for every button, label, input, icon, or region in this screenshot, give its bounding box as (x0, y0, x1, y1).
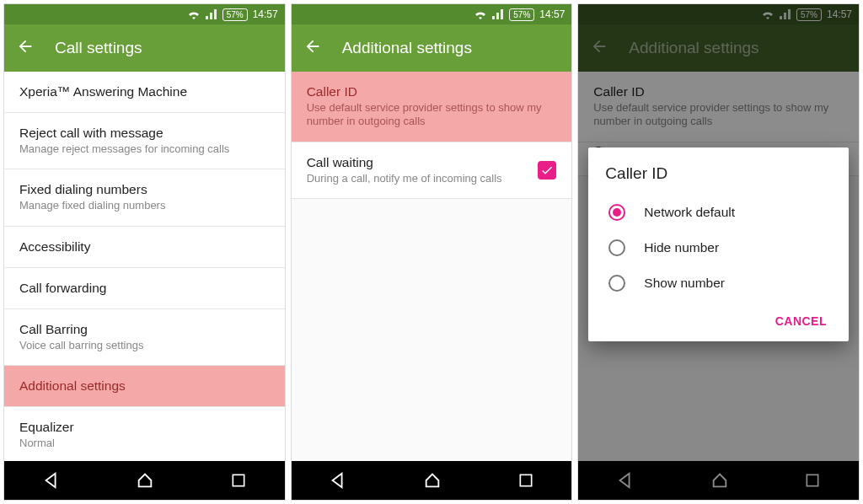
item-label: Caller ID (307, 84, 557, 99)
cancel-button[interactable]: CANCEL (770, 308, 832, 335)
item-sub: Manage reject messages for incoming call… (19, 142, 270, 156)
nav-back-icon[interactable] (329, 471, 347, 490)
screen-caller-id-dialog: 57% 14:57 Additional settings Caller ID … (577, 3, 860, 501)
item-label: Reject call with message (19, 126, 270, 141)
nav-home-icon[interactable] (136, 471, 154, 490)
checkbox-icon[interactable] (538, 161, 556, 180)
item-fixed-dialing[interactable]: Fixed dialing numbers Manage fixed diali… (4, 169, 285, 226)
settings-list: Caller ID Use default service provider s… (292, 72, 572, 461)
app-bar: Additional settings (292, 24, 572, 72)
item-additional-settings[interactable]: Additional settings (4, 366, 285, 407)
item-sub: Voice call barring settings (19, 339, 270, 352)
option-label: Hide number (644, 240, 719, 255)
option-network-default[interactable]: Network default (605, 195, 832, 230)
item-label: Equalizer (19, 420, 270, 435)
option-show-number[interactable]: Show number (605, 265, 832, 301)
status-bar: 57% 14:57 (292, 4, 572, 24)
nav-home-icon[interactable] (423, 471, 442, 490)
wifi-icon (187, 9, 201, 19)
item-label: Call forwarding (19, 281, 270, 296)
item-label: Call Barring (19, 322, 270, 337)
nav-recent-icon[interactable] (517, 472, 534, 489)
back-icon[interactable] (303, 37, 322, 59)
item-sub: Manage fixed dialing numbers (19, 199, 270, 212)
item-accessibility[interactable]: Accessibility (4, 227, 285, 268)
item-sub: Normal (19, 437, 270, 450)
radio-icon (608, 275, 625, 292)
item-label: Additional settings (19, 378, 270, 394)
android-nav-bar (292, 461, 572, 500)
option-label: Show number (644, 276, 725, 291)
caller-id-dialog: Caller ID Network default Hide number Sh… (588, 147, 849, 341)
app-bar: Call settings (4, 24, 285, 72)
nav-back-icon[interactable] (42, 471, 61, 490)
nav-recent-icon[interactable] (230, 472, 247, 489)
screen-call-settings: 57% 14:57 Call settings Xperia™ Answerin… (3, 3, 286, 501)
back-icon[interactable] (16, 37, 35, 59)
svg-rect-1 (520, 475, 531, 485)
page-title: Additional settings (342, 39, 472, 57)
item-sub: Use default service provider settings to… (307, 101, 557, 129)
item-label: Fixed dialing numbers (19, 182, 270, 197)
wifi-icon (474, 9, 487, 19)
battery-icon: 57% (222, 8, 248, 21)
item-equalizer[interactable]: Equalizer Normal (4, 407, 285, 461)
item-answering-machine[interactable]: Xperia™ Answering Machine (4, 72, 285, 113)
item-sub: During a call, notify me of incoming cal… (307, 172, 539, 185)
android-nav-bar (4, 461, 285, 500)
item-label: Accessibility (19, 239, 270, 255)
item-call-barring[interactable]: Call Barring Voice call barring settings (4, 309, 285, 366)
settings-list: Xperia™ Answering Machine Reject call wi… (4, 72, 285, 461)
item-reject-call[interactable]: Reject call with message Manage reject m… (4, 113, 285, 169)
dialog-title: Caller ID (605, 164, 832, 183)
option-label: Network default (644, 205, 735, 220)
svg-rect-0 (233, 475, 244, 485)
screen-additional-settings: 57% 14:57 Additional settings Caller ID … (291, 3, 573, 501)
status-bar: 57% 14:57 (4, 4, 285, 24)
clock: 14:57 (539, 8, 565, 20)
item-call-waiting[interactable]: Call waiting During a call, notify me of… (292, 142, 572, 199)
item-label: Call waiting (307, 155, 539, 170)
radio-icon (608, 204, 625, 221)
item-caller-id[interactable]: Caller ID Use default service provider s… (292, 72, 572, 142)
item-label: Xperia™ Answering Machine (19, 84, 270, 99)
battery-icon: 57% (509, 8, 534, 21)
signal-icon (206, 9, 217, 19)
item-call-forwarding[interactable]: Call forwarding (4, 268, 285, 309)
clock: 14:57 (253, 8, 278, 20)
radio-icon (608, 239, 625, 256)
signal-icon (492, 9, 504, 19)
page-title: Call settings (55, 39, 142, 57)
option-hide-number[interactable]: Hide number (605, 230, 832, 265)
